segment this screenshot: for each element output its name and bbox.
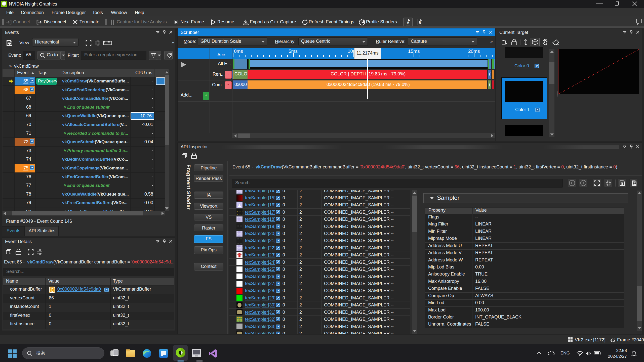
svg-text:B: B — [419, 21, 421, 25]
svg-text:A: A — [407, 21, 409, 25]
svg-text:C: C — [51, 288, 54, 293]
